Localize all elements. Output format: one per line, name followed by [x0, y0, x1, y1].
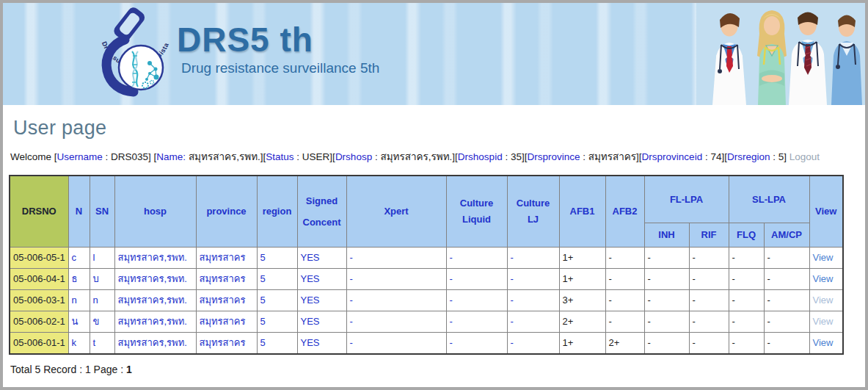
- cell-province: สมุทรสาคร: [196, 311, 257, 332]
- cell-culture-liquid: -: [446, 289, 507, 311]
- col-header-signed-concent: Signed Concent: [297, 176, 346, 247]
- col-header-xpert: Xpert: [346, 176, 446, 247]
- col-header-drsno: DRSNO: [10, 176, 68, 247]
- welcome-line: Welcome [Username : DRS035] [Name: สมุทร…: [10, 148, 865, 165]
- view-link[interactable]: View: [813, 295, 834, 306]
- cell-n: n: [68, 289, 90, 311]
- cell-amcp: -: [764, 247, 809, 268]
- cell-sn: l: [90, 247, 114, 268]
- cell-rif: -: [689, 311, 729, 332]
- view-link[interactable]: View: [813, 316, 834, 327]
- cell-hosp: สมุทรสาคร,รพท.: [114, 247, 196, 268]
- cell-rif: -: [689, 268, 729, 289]
- app-window: Drug surveillance resistance 5th: [0, 0, 868, 390]
- cell-culture-liquid: -: [446, 311, 507, 332]
- cell-sn: t: [90, 332, 114, 354]
- cell-culture-lj: -: [507, 247, 559, 268]
- cell-hosp: สมุทรสาคร,รพท.: [114, 289, 196, 311]
- cell-region: 5: [257, 268, 297, 289]
- cell-culture-lj: -: [507, 289, 559, 311]
- app-title: DRS5 th: [177, 22, 379, 57]
- table-row: 05-006-03-1 n n สมุทรสาคร,รพท. สมุทรสาคร…: [10, 289, 843, 311]
- cell-flq: -: [729, 247, 764, 268]
- welcome-label-name: Name:: [156, 151, 186, 162]
- logout-link[interactable]: Logout: [789, 151, 820, 162]
- cell-rif: -: [689, 332, 729, 354]
- current-page-number: 1: [126, 364, 132, 375]
- cell-rif: -: [689, 289, 729, 311]
- cell-xpert: -: [346, 332, 446, 354]
- cell-amcp: -: [764, 289, 809, 311]
- cell-culture-liquid: -: [446, 332, 507, 354]
- cell-sn: บ: [90, 268, 114, 289]
- cell-amcp: -: [764, 311, 809, 332]
- drs5-logo: Drug surveillance resistance 5th: [95, 6, 176, 105]
- col-header-flq: FLQ: [729, 223, 764, 247]
- cell-afb1: 3+: [559, 289, 605, 311]
- cell-afb1: 1+: [559, 268, 605, 289]
- app-subtitle: Drug resistance surveillance 5th: [181, 60, 379, 76]
- cell-amcp: -: [764, 332, 809, 354]
- cell-afb1: 1+: [559, 332, 605, 354]
- cell-sn: ข: [90, 311, 114, 332]
- welcome-label-drsregion: Drsregion: [727, 151, 770, 162]
- cell-afb2: 2+: [605, 332, 644, 354]
- cell-drsno: 05-006-05-1: [10, 247, 68, 268]
- cell-xpert: -: [346, 311, 446, 332]
- welcome-label-drshospid: Drshospid: [458, 151, 503, 162]
- doctors-illustration-icon: [696, 3, 865, 105]
- cell-region: 5: [257, 332, 297, 354]
- cell-province: สมุทรสาคร: [196, 247, 257, 268]
- microscope-dna-logo-icon: Drug surveillance resistance 5th: [95, 6, 176, 103]
- cell-amcp: -: [764, 268, 809, 289]
- cell-inh: -: [644, 268, 689, 289]
- col-header-sn: SN: [90, 176, 114, 247]
- col-header-region: region: [257, 176, 297, 247]
- cell-hosp: สมุทรสาคร,รพท.: [114, 332, 196, 354]
- cell-view: View: [809, 268, 843, 289]
- welcome-label-username: Username: [57, 151, 103, 162]
- header-banner: Drug surveillance resistance 5th: [3, 3, 865, 105]
- cell-flq: -: [729, 268, 764, 289]
- cell-region: 5: [257, 311, 297, 332]
- cell-afb2: -: [605, 247, 644, 268]
- col-header-afb1: AFB1: [559, 176, 605, 247]
- cell-xpert: -: [346, 268, 446, 289]
- col-header-culture-lj: Culture LJ: [507, 176, 559, 247]
- view-link[interactable]: View: [813, 252, 834, 263]
- col-header-fl-lpa: FL-LPA: [644, 176, 729, 223]
- col-header-sl-lpa: SL-LPA: [729, 176, 809, 223]
- cell-n: ธ: [68, 268, 90, 289]
- col-header-n: N: [68, 176, 90, 247]
- cell-culture-liquid: -: [446, 268, 507, 289]
- cell-province: สมุทรสาคร: [196, 268, 257, 289]
- cell-view: View: [809, 247, 843, 268]
- cell-afb1: 1+: [559, 247, 605, 268]
- table-row: 05-006-04-1 ธ บ สมุทรสาคร,รพท. สมุทรสาคร…: [10, 268, 843, 289]
- cell-n: น: [68, 311, 90, 332]
- cell-flq: -: [729, 289, 764, 311]
- view-link[interactable]: View: [813, 273, 834, 284]
- col-header-rif: RIF: [689, 223, 729, 247]
- cell-province: สมุทรสาคร: [196, 289, 257, 311]
- cell-culture-lj: -: [507, 268, 559, 289]
- cell-inh: -: [644, 289, 689, 311]
- cell-rif: -: [689, 247, 729, 268]
- cell-province: สมุทรสาคร: [196, 332, 257, 354]
- cell-xpert: -: [346, 289, 446, 311]
- col-header-afb2: AFB2: [605, 176, 644, 247]
- table-row: 05-006-01-1 k t สมุทรสาคร,รพท. สมุทรสาคร…: [10, 332, 843, 354]
- cell-drsno: 05-006-02-1: [10, 311, 68, 332]
- col-header-hosp: hosp: [114, 176, 196, 247]
- table-row: 05-006-02-1 น ข สมุทรสาคร,รพท. สมุทรสาคร…: [10, 311, 843, 332]
- cell-signed: YES: [297, 247, 346, 268]
- cell-signed: YES: [297, 332, 346, 354]
- welcome-label-status: Status: [266, 151, 293, 162]
- welcome-label-drsprovinceid: Drsprovinceid: [642, 151, 703, 162]
- cell-signed: YES: [297, 268, 346, 289]
- view-link[interactable]: View: [813, 337, 834, 348]
- welcome-label-drshosp: Drshosp: [335, 151, 372, 162]
- doctors-photo: [696, 3, 865, 105]
- record-count: Total 5 Record : 1 Page : 1: [10, 364, 865, 375]
- table-row: 05-006-05-1 c l สมุทรสาคร,รพท. สมุทรสาคร…: [10, 247, 843, 268]
